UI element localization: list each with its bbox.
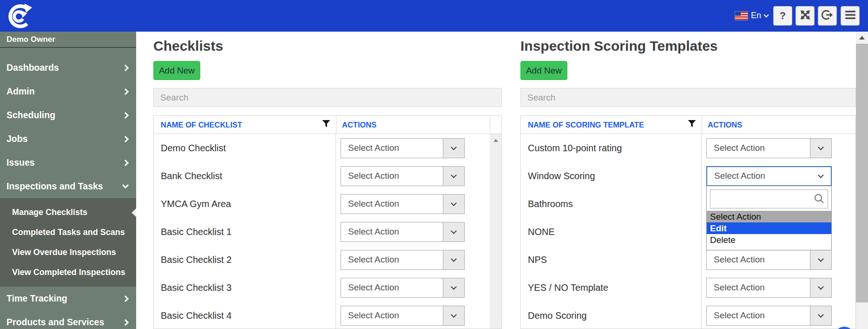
checklists-search-input[interactable] [153,88,502,107]
scoring-template-name: NONE [521,218,702,246]
table-row: Demo Scoring Select Action [521,302,855,329]
sidebar-item-admin[interactable]: Admin [0,80,136,103]
add-new-scoring-template-button[interactable]: Add New [520,61,567,80]
question-mark-icon: ? [780,10,786,22]
top-navbar: En ? [0,0,868,32]
select-action-dropdown[interactable]: Select Action [341,166,465,186]
chevron-down-icon [443,306,464,325]
table-row: Basic Checklist 2 Select Action [154,246,490,274]
chevron-down-icon [810,139,831,158]
chevron-right-icon [122,64,129,71]
chevron-down-icon [810,250,831,269]
sidebar-item-dashboards[interactable]: Dashboards [0,56,136,80]
chevron-down-icon [443,139,464,158]
checklist-name: Basic Checklist 3 [154,274,336,302]
sidebar-submenu: Manage Checklists Completed Tasks and Sc… [0,198,136,287]
scoring-template-name: Window Scoring [521,162,702,190]
menu-button[interactable] [841,6,860,26]
language-label: En [751,11,761,20]
checklists-panel: Checklists Add New NAME OF CHECKLIST ACT… [153,32,502,329]
sidebar-item-products-and-services[interactable]: Products and Services [0,310,136,329]
select-action-dropdown-open[interactable]: Select Action [706,166,832,186]
select-action-menu: Select Action Edit Delete [706,186,832,250]
sidebar-subitem-view-overdue-inspections[interactable]: View Overdue Inspections [0,242,136,262]
select-action-dropdown[interactable]: Select Action [341,306,465,326]
table-row: Basic Checklist 1 Select Action [154,218,490,246]
language-selector[interactable]: En [735,11,768,20]
select-action-dropdown[interactable]: Select Action [706,250,832,270]
chevron-down-icon [810,306,831,325]
select-action-dropdown[interactable]: Select Action [341,250,465,270]
checklist-name: Basic Checklist 4 [154,302,336,329]
column-header-name: NAME OF SCORING TEMPLATE [528,121,644,129]
chevron-down-icon [122,182,129,188]
chevron-down-icon [443,222,464,242]
table-row: Basic Checklist 3 Select Action [154,274,490,302]
chevron-right-icon [122,319,129,325]
search-icon [814,194,824,206]
table-row: Custom 10-point rating Select Action [521,134,855,162]
select-action-dropdown[interactable]: Select Action [341,222,465,242]
scoring-template-name: Custom 10-point rating [521,134,702,162]
scrollbar-thumb[interactable] [856,44,868,302]
column-header-actions: ACTIONS [342,121,376,129]
select-action-dropdown[interactable]: Select Action [706,306,832,326]
scoring-templates-search-input[interactable] [520,88,856,107]
checklists-table: NAME OF CHECKLIST ACTIONS Demo Checklist… [153,115,502,329]
select-action-dropdown[interactable]: Select Action [341,194,465,214]
table-row: Basic Checklist 4 Select Action [154,302,490,329]
filter-icon[interactable] [688,120,696,129]
page: En ? [0,0,868,329]
logout-icon [822,9,834,22]
page-title: Inspection Scoring Templates [520,38,718,54]
chevron-down-icon [443,167,464,186]
sidebar-subitem-manage-checklists[interactable]: Manage Checklists [0,202,136,222]
sidebar-item-issues[interactable]: Issues [0,151,136,175]
table-scrollbar[interactable] [490,134,501,329]
scoring-templates-panel: Inspection Scoring Templates Add New NAM… [520,32,856,329]
scoring-template-name: Bathrooms [521,190,702,218]
menu-item-edit[interactable]: Edit [707,222,831,234]
select-action-dropdown[interactable]: Select Action [706,138,832,158]
page-scrollbar[interactable] [856,32,868,329]
sidebar-menu: Dashboards Admin Scheduling Jobs Issues … [0,48,136,329]
filter-icon[interactable] [322,120,330,129]
sidebar-item-jobs[interactable]: Jobs [0,127,136,151]
select-action-dropdown[interactable]: Select Action [341,138,465,158]
help-button[interactable]: ? [773,6,792,26]
scrollbar-corner [490,116,501,134]
select-action-dropdown[interactable]: Select Action [341,278,465,298]
table-row: Demo Checklist Select Action [154,134,490,162]
checklist-name: Bank Checklist [154,162,336,190]
chevron-right-icon [122,135,129,142]
page-title: Checklists [153,38,223,54]
table-row: YMCA Gym Area Select Action [154,190,490,218]
menu-item-delete[interactable]: Delete [707,234,831,246]
table-header: NAME OF SCORING TEMPLATE ACTIONS [521,116,855,134]
column-header-name: NAME OF CHECKLIST [161,121,242,129]
scroll-up-icon [859,36,865,40]
chevron-right-icon [122,88,129,94]
dropdown-search-input[interactable] [710,189,828,208]
sidebar-item-time-tracking[interactable]: Time Tracking [0,287,136,310]
sidebar: Demo Owner Dashboards Admin Scheduling J… [0,32,136,329]
fullscreen-expand-icon [800,9,811,22]
app-logo-icon[interactable] [6,2,33,29]
chevron-down-icon [810,167,831,185]
sidebar-subitem-completed-tasks-and-scans[interactable]: Completed Tasks and Scans [0,222,136,242]
scoring-template-name: NPS [521,246,702,274]
menu-item-select-action[interactable]: Select Action [707,211,831,222]
select-action-dropdown[interactable]: Select Action [706,278,832,298]
sidebar-subitem-view-completed-inspections[interactable]: View Completed Inspections [0,262,136,282]
fullscreen-button[interactable] [796,6,815,26]
chevron-right-icon [122,295,129,302]
add-new-checklist-button[interactable]: Add New [153,61,200,80]
logout-button[interactable] [818,6,837,26]
sidebar-item-inspections-and-tasks[interactable]: Inspections and Tasks [0,175,136,198]
checklist-name: YMCA Gym Area [154,190,336,218]
scroll-up-icon [493,139,498,142]
checklist-name: Basic Checklist 1 [154,218,336,246]
chevron-down-icon [443,195,464,214]
sidebar-item-scheduling[interactable]: Scheduling [0,103,136,127]
table-row: Bank Checklist Select Action [154,162,490,190]
